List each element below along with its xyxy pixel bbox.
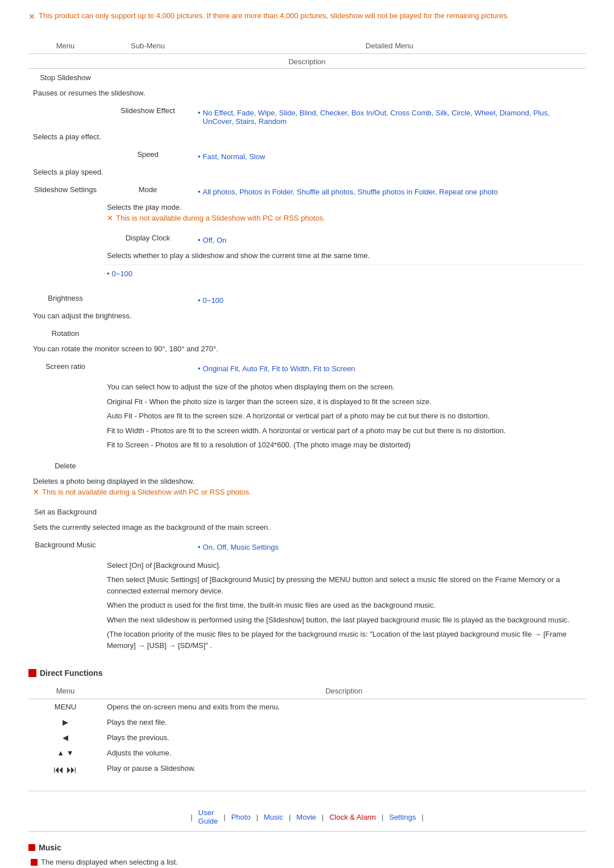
submenu-cell xyxy=(102,503,193,521)
bullet-icon: • xyxy=(198,543,201,551)
desc-icon xyxy=(31,859,38,866)
mode-warning-text: This is not available during a Slideshow… xyxy=(116,214,325,222)
direct-functions-table: Menu Description MENU Opens the on-scree… xyxy=(28,683,586,779)
nav-user-guide[interactable]: UserGuide xyxy=(196,808,221,825)
nav-music[interactable]: Music xyxy=(262,813,285,821)
table-row: Screen ratio • Original Fit, Auto Fit, F… xyxy=(28,358,586,377)
table-row: Stop Slideshow xyxy=(28,69,586,87)
header-detail: Detailed Menu xyxy=(193,38,586,54)
warning-x-icon: ✕ xyxy=(107,214,113,222)
detail-cell: • Off, On xyxy=(193,229,586,249)
sep: | xyxy=(253,813,262,821)
header-menu: Menu xyxy=(28,38,102,54)
menu-cell-slideshow: Slideshow Settings xyxy=(28,181,102,289)
sep: | xyxy=(418,813,426,821)
warning-x-icon: ✕ xyxy=(33,488,39,496)
dt-desc-cell: Adjusts the volume. xyxy=(102,745,586,761)
mode-desc: Selects the play mode. xyxy=(107,203,581,211)
menu-cell xyxy=(28,146,102,165)
table-row: Deletes a photo being displayed in the s… xyxy=(28,475,586,503)
bgmusic-options: On, Off, Music Settings xyxy=(203,543,279,551)
submenu-cell xyxy=(102,536,193,556)
table-row: Selects a play effect. xyxy=(28,130,586,146)
delete-desc: Deletes a photo being displayed in the s… xyxy=(33,477,581,485)
desc-cell: Selects a play speed. xyxy=(28,165,586,181)
submenu-cell xyxy=(102,358,193,377)
nav-settings[interactable]: Settings xyxy=(387,813,418,821)
sep: | xyxy=(285,813,294,821)
mode-warning: ✕ This is not available during a Slidesh… xyxy=(107,214,581,222)
submenu-cell: Slideshow Effect xyxy=(102,102,193,130)
desc-cell: Selects the play mode. ✕ This is not ava… xyxy=(102,201,586,229)
dt-desc-cell: Opens the on-screen menu and exits from … xyxy=(102,699,586,715)
ratio-desc-5: Fit to Screen - Photos are fit to a reso… xyxy=(107,438,581,452)
dt-desc-cell: Plays the next file. xyxy=(102,715,586,730)
table-row: Select [On] of [Background Music]. Then … xyxy=(28,556,586,658)
footer-nav: | UserGuide | Photo | Music | Movie | Cl… xyxy=(28,803,586,832)
direct-functions-header: Direct Functions xyxy=(28,668,586,678)
table-row: Slideshow Settings Mode • All photos, Ph… xyxy=(28,181,586,201)
nav-clock-alarm[interactable]: Clock & Alarm xyxy=(327,813,378,821)
desc-cell: Select [On] of [Background Music]. Then … xyxy=(102,556,586,658)
detail-cell xyxy=(193,503,586,521)
desc-cell: You can adjust the brightness. xyxy=(28,309,586,325)
table-row: MENU Opens the on-screen menu and exits … xyxy=(28,699,586,715)
clock-options: Off, On xyxy=(203,236,227,244)
bgmusic-desc-1: Select [On] of [Background Music]. xyxy=(107,558,581,573)
header-description: Description xyxy=(28,54,586,69)
warning-text: This product can only support up to 4,00… xyxy=(39,11,509,20)
table-row: Selects whether to play a slideshow and … xyxy=(28,249,586,265)
table-row: Set as Background xyxy=(28,503,586,521)
ratio-desc-3: Auto Fit - Photos are fit to the screen … xyxy=(107,409,581,423)
dt-desc-cell: Plays the previous. xyxy=(102,730,586,745)
desc-cell: Selects whether to play a slideshow and … xyxy=(102,249,586,265)
desc-cell xyxy=(102,283,586,289)
bullet-icon: • xyxy=(107,269,110,278)
section-icon xyxy=(28,844,35,851)
top-warning: ✕ This product can only support up to 4,… xyxy=(28,11,586,21)
menu-cell: Background Music xyxy=(28,536,102,658)
desc-cell: You can rotate the monitor screen to 90°… xyxy=(28,342,586,358)
sep: | xyxy=(220,813,229,821)
table-row: You can select how to adjust the size of… xyxy=(28,377,586,457)
bullet-icon: • xyxy=(198,296,201,305)
menu-cell xyxy=(28,102,102,130)
dt-header-menu: Menu xyxy=(28,683,102,699)
desc-cell: Selects a play effect. xyxy=(28,130,586,146)
bottom-section-desc: The menu displayed when selecting a list… xyxy=(31,858,586,866)
table-row: Background Music • On, Off, Music Settin… xyxy=(28,536,586,556)
table-row: You can rotate the monitor screen to 90°… xyxy=(28,342,586,358)
submenu-cell: Display Clock xyxy=(102,229,193,249)
bgmusic-desc-2: Then select [Music Settings] of [Backgro… xyxy=(107,572,581,598)
menu-cell: Screen ratio xyxy=(28,358,102,457)
table-row: ▶ Plays the next file. xyxy=(28,715,586,730)
warning-icon: ✕ xyxy=(28,12,35,21)
menu-cell: Set as Background xyxy=(28,503,102,521)
speed-options: Fast, Normal, Slow xyxy=(203,152,265,161)
delete-warning-text: This is not available during a Slideshow… xyxy=(42,488,251,496)
nav-photo[interactable]: Photo xyxy=(229,813,253,821)
bullet-icon: • xyxy=(198,236,201,244)
detail-cell: • All photos, Photos in Folder, Shuffle … xyxy=(193,181,586,201)
table-row: Brightness • 0~100 xyxy=(28,289,586,309)
nav-movie[interactable]: Movie xyxy=(294,813,318,821)
table-row: Pauses or resumes the slideshow. xyxy=(28,86,586,102)
divider xyxy=(28,791,586,791)
brightness-range: 0~100 xyxy=(112,269,133,278)
desc-cell: • 0~100 xyxy=(102,265,586,283)
brightness-val: 0~100 xyxy=(203,296,224,305)
bottom-section-description: The menu displayed when selecting a list… xyxy=(41,858,178,866)
ratio-desc-2: Original Fit - When the photo size is la… xyxy=(107,394,581,409)
bullet-icon: • xyxy=(198,152,201,161)
desc-cell: You can select how to adjust the size of… xyxy=(102,377,586,457)
table-row: Rotation xyxy=(28,325,586,342)
effect-options: No Effect, Fade, Wipe, Slide, Blind, Che… xyxy=(203,109,581,126)
ratio-options: Original Fit, Auto Fit, Fit to Width, Fi… xyxy=(203,364,355,373)
main-table: Menu Sub-Menu Detailed Menu Description … xyxy=(28,38,586,657)
table-row xyxy=(28,283,586,289)
dt-menu-cell: ▲ ▼ xyxy=(28,745,102,761)
desc-cell: Pauses or resumes the slideshow. xyxy=(28,86,586,102)
detail-cell xyxy=(193,69,586,87)
table-row: Speed • Fast, Normal, Slow xyxy=(28,146,586,165)
bgmusic-desc-5: (The location priority of the music file… xyxy=(107,627,581,653)
